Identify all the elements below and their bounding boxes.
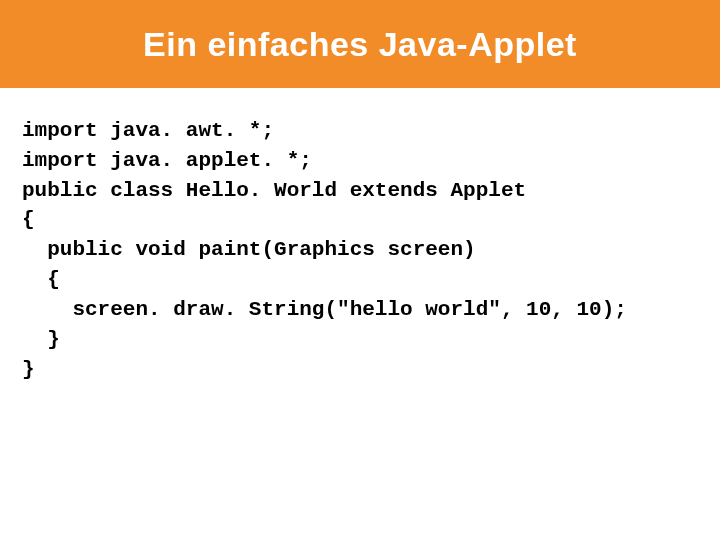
code-line: import java. awt. *; <box>22 119 274 142</box>
code-line: public void paint(Graphics screen) <box>22 238 476 261</box>
code-line: { <box>22 208 35 231</box>
code-line: } <box>22 358 35 381</box>
code-block: import java. awt. *; import java. applet… <box>0 88 720 412</box>
code-line: import java. applet. *; <box>22 149 312 172</box>
slide-header: Ein einfaches Java-Applet <box>0 0 720 88</box>
code-line: { <box>22 268 60 291</box>
code-line: screen. draw. String("hello world", 10, … <box>22 298 627 321</box>
slide-title: Ein einfaches Java-Applet <box>143 25 577 64</box>
code-line: } <box>22 328 60 351</box>
code-line: public class Hello. World extends Applet <box>22 179 526 202</box>
